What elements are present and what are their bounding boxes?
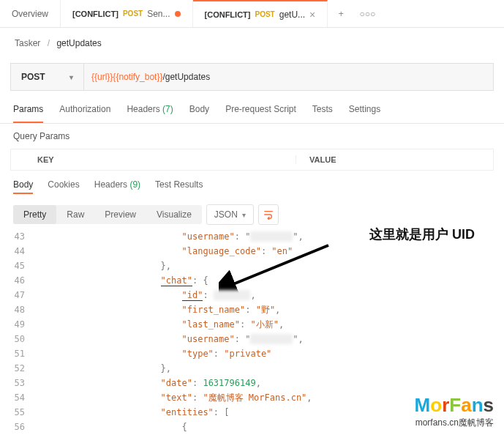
breadcrumb-root[interactable]: Tasker [15, 38, 40, 48]
tab-authorization[interactable]: Authorization [59, 104, 110, 123]
kv-header: KEY VALUE [10, 149, 494, 171]
more-tabs-button[interactable]: ○○○ [354, 9, 380, 19]
chevron-down-icon: ▾ [242, 211, 246, 219]
tab-params[interactable]: Params [13, 104, 43, 123]
tab-overview[interactable]: Overview [0, 0, 61, 27]
tab-title: Sen... [147, 9, 170, 19]
resp-tab-testresults[interactable]: Test Results [155, 179, 203, 194]
format-select[interactable]: JSON ▾ [206, 204, 254, 225]
tab-tests[interactable]: Tests [312, 104, 333, 123]
kv-value-header: VALUE [296, 155, 493, 164]
tab-prerequest[interactable]: Pre-request Script [225, 104, 296, 123]
tab-conflict-2[interactable]: [CONFLICT] POST getU... × [193, 0, 328, 27]
tab-method: POST [123, 10, 143, 18]
unsaved-dot-icon [175, 11, 181, 17]
visualize-button[interactable]: Visualize [146, 205, 202, 224]
response-tabs: Body Cookies Headers (9) Test Results [0, 171, 504, 200]
tab-settings[interactable]: Settings [349, 104, 380, 123]
tab-body[interactable]: Body [189, 104, 209, 123]
kv-key-header: KEY [11, 155, 296, 164]
request-tabs: Params Authorization Headers (7) Body Pr… [0, 95, 504, 124]
tab-conflict-label: [CONFLICT] [205, 10, 251, 19]
response-body[interactable]: 43 "username": " ", 44 "language_code": … [0, 229, 504, 434]
preview-button[interactable]: Preview [94, 205, 146, 224]
pretty-button[interactable]: Pretty [13, 205, 56, 224]
tab-title: getU... [279, 10, 305, 20]
chevron-down-icon: ▾ [69, 73, 73, 81]
breadcrumb: Tasker / getUpdates [0, 28, 504, 59]
url-input[interactable]: {{url}}{{notify_bot}}/getUpdates [84, 72, 493, 82]
query-params-title: Query Params [0, 124, 504, 149]
method-select[interactable]: POST ▾ [11, 64, 84, 90]
tab-headers[interactable]: Headers (7) [127, 104, 173, 123]
view-mode-group: Pretty Raw Preview Visualize [13, 205, 202, 224]
resp-tab-headers[interactable]: Headers (9) [94, 179, 140, 194]
response-toolbar: Pretty Raw Preview Visualize JSON ▾ [0, 200, 504, 229]
request-url-row: POST ▾ {{url}}{{notify_bot}}/getUpdates [10, 63, 494, 91]
tab-conflict-1[interactable]: [CONFLICT] POST Sen... [61, 0, 193, 27]
raw-button[interactable]: Raw [56, 205, 94, 224]
resp-tab-cookies[interactable]: Cookies [48, 179, 79, 194]
new-tab-button[interactable]: + [328, 9, 354, 19]
resp-tab-body[interactable]: Body [13, 179, 33, 194]
breadcrumb-current: getUpdates [56, 38, 101, 48]
close-icon[interactable]: × [309, 9, 315, 21]
tab-conflict-label: [CONFLICT] [72, 10, 119, 18]
wrap-lines-icon[interactable] [258, 204, 279, 225]
tab-method: POST [255, 10, 274, 18]
